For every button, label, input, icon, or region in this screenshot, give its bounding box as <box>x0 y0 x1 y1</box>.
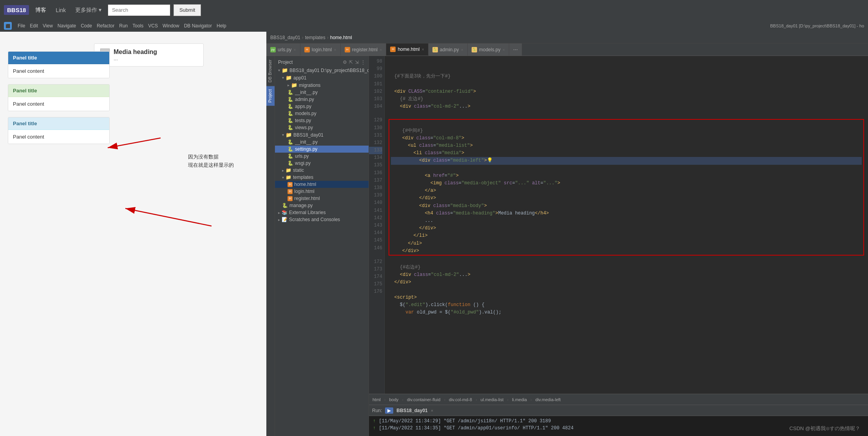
breadcrumb-item-project[interactable]: BBS18_day01 <box>270 35 300 40</box>
tab-more[interactable]: ⋯ <box>509 43 522 56</box>
svg-line-2 <box>108 138 161 148</box>
tree-label-root: BBS18_day01 D:\py_project\BBS18_d... <box>289 68 369 73</box>
vtab-project[interactable]: Project <box>266 86 275 106</box>
nav-blog-link[interactable]: 博客 <box>32 5 49 15</box>
tree-item-tests-py[interactable]: 🐍 tests.py <box>275 117 369 124</box>
menu-window[interactable]: Window <box>163 23 179 29</box>
path-sep-3: › <box>444 397 445 402</box>
file-icon-admin: 🐍 <box>288 97 293 102</box>
tree-item-login-html[interactable]: H login.html <box>275 188 369 195</box>
tree-item-init-app01[interactable]: 🐍 __init__.py <box>275 89 369 96</box>
nav-more-dropdown[interactable]: 更多操作 ▾ <box>72 5 105 15</box>
tree-item-settings-py[interactable]: 🐍 settings.py <box>275 146 369 153</box>
run-close-btn[interactable]: × <box>431 408 433 413</box>
tree-item-urls-py[interactable]: 🐍 urls.py <box>275 153 369 160</box>
file-icon-manage: 🐍 <box>282 203 288 208</box>
tree-item-views-py[interactable]: 🐍 views.py <box>275 124 369 131</box>
file-tree-settings-icon[interactable]: ⚙ <box>343 59 347 65</box>
path-item-li-media[interactable]: li.media <box>510 397 528 402</box>
tree-item-bbs18[interactable]: ▾ 📁 BBS18_day01 <box>275 131 369 139</box>
menu-vcs[interactable]: VCS <box>148 23 158 29</box>
code-line-101: <div CLASS="container-fluid"> <box>389 89 476 94</box>
tab-close-login[interactable]: × <box>334 47 336 52</box>
bottom-breadcrumb-bar: html › body › div.container-fluid › div.… <box>369 394 868 405</box>
ide-panel: BBS18_day01 › templates › home.html py u… <box>266 32 868 436</box>
tab-admin-py[interactable]: 🐍 admin.py × <box>429 43 468 56</box>
tree-item-register-html[interactable]: H register.html <box>275 195 369 202</box>
path-item-container[interactable]: div.container-fluid <box>405 397 442 402</box>
tree-item-apps-py[interactable]: 🐍 apps.py <box>275 103 369 110</box>
tree-item-ext-libs[interactable]: ▸ 📚 External Libraries <box>275 209 369 216</box>
tree-label-urls: urls.py <box>295 153 309 159</box>
breadcrumb-item-templates[interactable]: templates <box>305 35 326 40</box>
tab-icon-register: H <box>345 47 350 52</box>
panel-info-body: Panel content <box>8 130 109 144</box>
tree-item-init-bbs18[interactable]: 🐍 __init__.py <box>275 139 369 146</box>
code-line-99: {#下面是3块，先分一下#} <box>389 74 450 79</box>
tab-close-admin[interactable]: × <box>461 47 463 52</box>
tree-item-static[interactable]: ▸ 📁 static <box>275 167 369 174</box>
code-line-142: </li> <box>391 233 428 238</box>
tree-item-wsgi-py[interactable]: 🐍 wsgi.py <box>275 160 369 167</box>
menu-file[interactable]: File <box>18 23 25 29</box>
submit-button[interactable]: Submit <box>174 4 201 16</box>
panel-primary: Panel title Panel content <box>8 51 110 78</box>
menu-run[interactable]: Run <box>119 23 128 29</box>
tree-item-app01[interactable]: ▾ 📁 app01 <box>275 74 369 81</box>
code-line-176: var old_pwd = $("#old_pwd").val(); <box>389 310 501 315</box>
path-sep-2: › <box>402 397 403 402</box>
tab-login-html[interactable]: H login.html × <box>300 43 341 56</box>
breadcrumb-sep-1: › <box>302 35 304 40</box>
menu-code[interactable]: Code <box>81 23 92 29</box>
tree-label-settings: settings.py <box>295 146 317 152</box>
menu-db-navigator[interactable]: DB Navigator <box>184 23 212 29</box>
tab-models-py[interactable]: 🐍 models.py × <box>468 43 509 56</box>
path-item-col-md-8[interactable]: div.col-md-8 <box>447 397 474 402</box>
tree-label-bbs18: BBS18_day01 <box>293 132 324 138</box>
tab-urls-py[interactable]: py urls.py × <box>266 43 300 56</box>
menu-help[interactable]: Help <box>217 23 226 29</box>
tree-item-models-py[interactable]: 🐍 models.py <box>275 110 369 117</box>
menu-tools[interactable]: Tools <box>132 23 143 29</box>
run-output-text-2: [11/May/2022 11:34:35] "GET /admin/app01… <box>379 425 573 432</box>
code-line-134: <a href="#"> <box>391 173 459 178</box>
code-line-144: </div> <box>391 248 419 254</box>
tree-item-scratches[interactable]: ▸ 📝 Scratches and Consoles <box>275 216 369 223</box>
search-input[interactable] <box>108 4 170 16</box>
file-tree-expand-icon[interactable]: ⇱ <box>349 59 353 65</box>
ide-menu: File Edit View Navigate Code Refactor Ru… <box>18 23 226 29</box>
file-tree-collapse-icon[interactable]: ⇲ <box>355 59 359 65</box>
tab-register-html[interactable]: H register.html × <box>341 43 387 56</box>
file-icon-home-html: H <box>288 182 293 187</box>
path-item-body[interactable]: body <box>387 397 400 402</box>
code-content[interactable]: {#下面是3块，先分一下#} <div CLASS="container-flu… <box>385 56 868 394</box>
tab-home-html[interactable]: H home.html × <box>386 43 428 56</box>
tree-item-home-html[interactable]: H home.html <box>275 181 369 188</box>
media-dots: ... <box>114 56 157 61</box>
code-line-136: </a> <box>391 188 436 193</box>
menu-edit[interactable]: Edit <box>30 23 38 29</box>
panel-primary-header: Panel title <box>8 52 109 64</box>
path-item-html[interactable]: html <box>371 397 382 402</box>
tree-item-templates[interactable]: ▾ 📁 templates <box>275 174 369 181</box>
menu-navigate[interactable]: Navigate <box>58 23 76 29</box>
tree-item-migrations[interactable]: ▸ 📁 migrations <box>275 81 369 89</box>
tab-close-models[interactable]: × <box>503 47 505 52</box>
menu-view[interactable]: View <box>43 23 53 29</box>
tab-close-register[interactable]: × <box>380 47 382 52</box>
tree-item-admin-py[interactable]: 🐍 admin.py <box>275 96 369 103</box>
tree-item-manage-py[interactable]: 🐍 manage.py <box>275 202 369 209</box>
tab-close-home[interactable]: × <box>421 47 424 52</box>
file-tree-more-icon[interactable]: ⋮ <box>361 59 365 65</box>
menu-refactor[interactable]: Refactor <box>97 23 114 29</box>
tree-item-root[interactable]: ▾ 📁 BBS18_day01 D:\py_project\BBS18_d... <box>275 67 369 74</box>
tab-label-home: home.html <box>398 47 420 52</box>
path-item-media-list[interactable]: ul.media-list <box>479 397 505 402</box>
breadcrumb-item-file[interactable]: home.html <box>330 35 352 40</box>
nav-link-link[interactable]: Link <box>52 5 69 15</box>
path-item-media-left[interactable]: div.media-left <box>534 397 562 402</box>
tab-close-urls[interactable]: × <box>293 47 296 52</box>
code-editor[interactable]: 98 99 100 101 102 103 104 129 130 131 13… <box>369 56 868 436</box>
folder-icon-static: 📁 <box>286 168 291 173</box>
vtab-db-browser[interactable]: DB Browser <box>266 56 275 86</box>
